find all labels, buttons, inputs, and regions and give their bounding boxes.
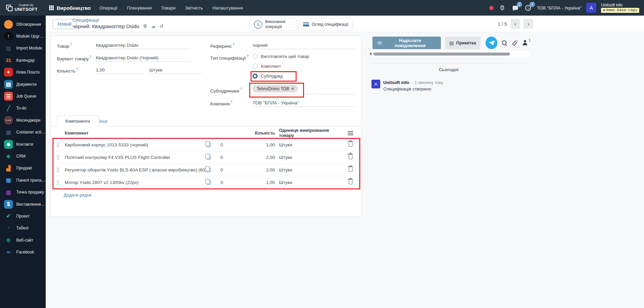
component-uom[interactable]: Штуки xyxy=(275,155,339,160)
company-switcher[interactable]: ТОВ "БПЛА - Україна" xyxy=(537,5,581,11)
component-row[interactable]: Мотор Ysido 2807 v2 1300kv (22px)01,00Шт… xyxy=(51,176,361,189)
sidebar-item[interactable]: Обговорення xyxy=(0,18,46,30)
variant-field[interactable]: Квадракоптер Dsido (Чорний) xyxy=(96,55,191,62)
unitsoft-logo[interactable]: Custom by UNITSOFT xyxy=(0,4,42,12)
sidebar-item[interactable]: ✔Проект xyxy=(0,210,46,222)
settings-gear-icon[interactable]: ⚙ xyxy=(143,23,147,29)
component-uom[interactable]: Штуки xyxy=(275,180,339,185)
debug-bug-icon[interactable] xyxy=(498,4,507,12)
product-field[interactable]: Квадракоптер Dsido xyxy=(96,43,191,49)
bom-overview-button[interactable]: Огляд специфікації xyxy=(299,18,353,31)
user-avatar[interactable]: A xyxy=(586,3,596,13)
apps-menu-button[interactable] xyxy=(42,2,54,14)
sidebar-item[interactable]: ▦Панелі приладів xyxy=(0,174,46,186)
sidebar-item[interactable]: ☰Job Queue xyxy=(0,90,46,102)
breadcrumb-parent[interactable]: Специфікації xyxy=(72,18,164,23)
component-name[interactable]: Мотор Ysido 2807 v2 1300kv (22px) xyxy=(65,180,207,185)
sidebar-item[interactable]: ╱To-do xyxy=(0,102,46,114)
sidebar-item[interactable]: ☻Контакти xyxy=(0,138,46,150)
send-message-button[interactable]: ✉ Надіслати повідомлення xyxy=(372,37,441,49)
delete-row-icon[interactable] xyxy=(349,155,352,159)
sidebar-item[interactable]: ▤Import Module xyxy=(0,42,46,54)
sidebar-item[interactable]: ◆CRM xyxy=(0,150,46,162)
sidebar-item[interactable]: $Виставлення ра... xyxy=(0,198,46,210)
pager-previous-button[interactable]: ‹ xyxy=(510,19,520,29)
copy-icon[interactable] xyxy=(207,155,211,160)
sidebar-item[interactable]: ◔Табелі xyxy=(0,222,46,234)
menu-item[interactable]: Налаштування xyxy=(208,3,247,13)
component-qty[interactable]: 1,00 xyxy=(250,180,275,185)
scrollbar-thumb[interactable] xyxy=(373,53,510,56)
component-qty[interactable]: 1,00 xyxy=(250,142,275,147)
scroll-left-icon[interactable] xyxy=(368,52,371,56)
component-name[interactable]: Карбоновий корпус 1013-5333 (чорний) xyxy=(65,142,207,147)
sidebar-item[interactable]: ▥Точка продажу xyxy=(0,186,46,198)
copy-icon[interactable] xyxy=(207,168,211,172)
telegram-button[interactable] xyxy=(486,37,497,49)
reference-field[interactable]: чорний xyxy=(253,43,355,49)
save-cloud-icon[interactable]: ☁ xyxy=(151,23,156,29)
followers-icon[interactable]: 1 xyxy=(522,40,528,46)
delete-row-icon[interactable] xyxy=(349,143,352,147)
bom-type-option-kit[interactable]: Комплект xyxy=(253,64,281,69)
quantity-field[interactable]: 1,00 xyxy=(96,67,143,74)
copy-icon[interactable] xyxy=(207,143,211,147)
subcontractors-field[interactable]: TehnoDrons ТОВ × xyxy=(253,85,355,95)
component-uom[interactable]: Штуки xyxy=(275,167,339,172)
help-hint[interactable]: ? xyxy=(240,87,242,91)
app-name[interactable]: Виробництво xyxy=(56,5,95,11)
message-avatar[interactable]: A xyxy=(371,80,380,88)
component-row[interactable]: Політний контролер F4 V3S PLUS Flight Co… xyxy=(51,151,361,164)
component-uom[interactable]: Штуки xyxy=(275,142,339,147)
menu-item[interactable]: Операції xyxy=(95,3,122,13)
company-field[interactable]: ТОВ "БПЛА - Україна" xyxy=(253,100,355,107)
help-hint[interactable]: ? xyxy=(246,55,249,58)
bom-type-option-manufacture[interactable]: Виготовляти цей товар xyxy=(253,54,309,59)
sidebar-item[interactable]: 31Календар xyxy=(0,54,46,66)
bom-type-option-subcontracting[interactable]: Субпідряд xyxy=(253,74,283,79)
help-hint[interactable]: ? xyxy=(230,100,232,104)
menu-item[interactable]: Планування xyxy=(123,3,156,13)
component-row[interactable]: Карбоновий корпус 1013-5333 (чорний)01,0… xyxy=(51,139,361,151)
subcontractor-tag[interactable]: TehnoDrons ТОВ × xyxy=(253,85,298,93)
header-quantity[interactable]: Кількість xyxy=(250,130,275,136)
pager-next-button[interactable]: › xyxy=(523,19,533,29)
delete-row-icon[interactable] xyxy=(349,180,352,184)
tag-remove-icon[interactable]: × xyxy=(292,86,294,91)
sidebar-item[interactable]: ∞Facebook xyxy=(0,246,46,258)
discard-undo-icon[interactable]: ↺ xyxy=(159,23,164,29)
copy-icon[interactable] xyxy=(207,180,211,185)
message-author[interactable]: Unitsoft info xyxy=(383,80,409,85)
component-qty[interactable]: 2,00 xyxy=(250,167,275,172)
tab-other[interactable]: Інші xyxy=(94,116,112,126)
chatter-horizontal-scrollbar[interactable] xyxy=(367,51,530,57)
menu-item[interactable]: Товари xyxy=(157,3,180,13)
quantity-uom-field[interactable]: Штуки xyxy=(149,67,202,74)
sidebar-item[interactable]: ↑Module Upgrade xyxy=(0,30,46,42)
drag-handle-icon[interactable] xyxy=(57,167,60,172)
search-messages-icon[interactable] xyxy=(501,40,508,46)
operations-performance-button[interactable]: Виконання операцій xyxy=(250,18,297,31)
component-row[interactable]: Регулятор оборотів Ysido BLS-60A ESP ( в… xyxy=(51,164,361,176)
component-name[interactable]: Політний контролер F4 V3S PLUS Flight Co… xyxy=(65,155,207,160)
tab-components[interactable]: Компоненти xyxy=(57,116,99,126)
user-menu[interactable]: Unitsoft info ▤ demo-base-copy xyxy=(601,3,639,13)
help-hint[interactable]: ? xyxy=(233,43,235,46)
activities-button[interactable]: 7 xyxy=(524,4,532,12)
sidebar-item[interactable]: ▩Container actions xyxy=(0,126,46,138)
attachment-paperclip-icon[interactable] xyxy=(512,40,518,46)
sidebar-item[interactable]: ▤Документи xyxy=(0,78,46,90)
recording-dot-icon[interactable] xyxy=(489,6,494,10)
sidebar-item[interactable]: +Нова Пошта xyxy=(0,66,46,78)
help-hint[interactable]: ? xyxy=(76,67,78,71)
help-hint[interactable]: ? xyxy=(70,43,72,46)
header-uom[interactable]: Одиниця вимірювання товару xyxy=(275,128,339,138)
component-name[interactable]: Регулятор оборотів Ysido BLS-60A ESP ( в… xyxy=(65,167,207,172)
sidebar-item[interactable]: ▟Продажі xyxy=(0,162,46,174)
drag-handle-icon[interactable] xyxy=(57,180,60,185)
drag-handle-icon[interactable] xyxy=(57,155,60,160)
sidebar-item[interactable]: ⊕Веб-сайт xyxy=(0,234,46,246)
add-row-link[interactable]: Додати рядок xyxy=(64,192,91,198)
delete-row-icon[interactable] xyxy=(349,168,352,172)
help-hint[interactable]: ? xyxy=(89,55,91,59)
